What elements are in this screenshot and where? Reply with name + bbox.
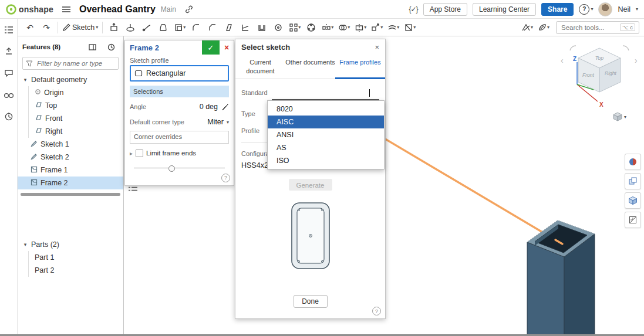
insert-panel-icon[interactable]: [1, 45, 16, 59]
rotate-left-arrow[interactable]: ‹: [561, 56, 564, 65]
help-menu[interactable]: ? ▾: [579, 4, 593, 15]
feature-filter-input[interactable]: [36, 59, 115, 67]
hamburger-menu-icon[interactable]: [59, 2, 74, 16]
tree-item-front-plane[interactable]: Front: [28, 112, 123, 125]
chevron-right-icon[interactable]: ▸: [130, 150, 133, 157]
dropdown-option-8020[interactable]: 8020: [268, 103, 384, 116]
chamfer-button[interactable]: [205, 21, 220, 35]
user-name[interactable]: Neil: [618, 5, 630, 13]
tab-other-documents[interactable]: Other documents: [285, 55, 335, 79]
tree-item-frame-2-selected[interactable]: Frame 2: [18, 177, 123, 189]
fillet-button[interactable]: [188, 21, 204, 35]
chevron-down-icon[interactable]: ▾: [636, 6, 638, 12]
tree-item-parts-group[interactable]: ▾ Parts (2): [18, 238, 123, 251]
standard-input[interactable]: [272, 87, 379, 100]
loft-button[interactable]: [156, 21, 171, 35]
generate-button[interactable]: Generate: [289, 179, 332, 191]
chevron-down-icon[interactable]: ▾: [22, 77, 28, 83]
rib-button[interactable]: [238, 21, 253, 35]
linear-pattern-button[interactable]: ▾: [287, 21, 302, 35]
follow-mode-icon[interactable]: [1, 88, 16, 102]
named-views-button[interactable]: [625, 192, 641, 209]
revolve-button[interactable]: [123, 21, 138, 35]
view-orientation-button[interactable]: ▾: [612, 111, 626, 122]
view-cube-right-label[interactable]: Right: [605, 70, 616, 76]
onshape-logo[interactable]: onshape: [6, 4, 53, 15]
corner-type-value[interactable]: Miter: [207, 118, 224, 126]
chevron-down-icon[interactable]: ▾: [22, 242, 28, 247]
undo-button[interactable]: ↶: [22, 21, 38, 35]
help-icon[interactable]: ?: [221, 174, 230, 182]
draft-button[interactable]: [221, 21, 237, 35]
frame-tool-button[interactable]: ▾: [402, 21, 417, 35]
rotate-right-arrow[interactable]: ›: [635, 56, 638, 65]
tree-item-top-plane[interactable]: Top: [28, 99, 123, 112]
sketch-button[interactable]: Sketch ▾: [62, 21, 99, 35]
help-icon[interactable]: ?: [372, 307, 381, 315]
rotate-ccw-arrow[interactable]: [570, 46, 576, 50]
limit-frame-ends-checkbox[interactable]: [136, 150, 143, 157]
panel-expand-icon[interactable]: [85, 40, 100, 54]
redo-button[interactable]: ↷: [39, 21, 54, 35]
selections-field[interactable]: Selections: [130, 86, 229, 97]
view-cube-front-label[interactable]: Front: [582, 72, 594, 78]
share-button[interactable]: Share: [541, 3, 574, 16]
tree-item-sketch-1[interactable]: Sketch 1: [18, 138, 123, 151]
dropdown-option-aisc-selected[interactable]: AISC: [268, 116, 384, 128]
search-tools-input[interactable]: [560, 23, 617, 32]
tree-item-frame-1[interactable]: Frame 1: [18, 164, 123, 177]
feature-filter-box[interactable]: [22, 57, 119, 70]
rotate-cw-arrow[interactable]: [623, 46, 629, 50]
slider-handle[interactable]: [168, 165, 175, 172]
tree-item-origin[interactable]: Origin: [28, 86, 123, 99]
sketch-profile-select[interactable]: Rectangular: [130, 65, 229, 82]
boolean-button[interactable]: ▾: [336, 21, 352, 35]
cancel-button[interactable]: ×: [220, 40, 234, 55]
learning-center-button[interactable]: Learning Center: [473, 3, 536, 16]
circular-pattern-button[interactable]: [304, 21, 319, 35]
thicken-button[interactable]: ▾: [172, 21, 187, 35]
tree-item-part-1[interactable]: Part 1: [28, 251, 123, 264]
tab-frame-profiles[interactable]: Frame profiles: [335, 55, 385, 79]
appearance-button[interactable]: ▾: [536, 21, 551, 35]
accept-button[interactable]: ✓: [202, 40, 220, 55]
done-button[interactable]: Done: [294, 295, 328, 308]
history-icon[interactable]: [103, 40, 119, 54]
corner-overrides-field[interactable]: Corner overrides: [130, 131, 229, 144]
search-tools-box[interactable]: ⌥ c: [556, 21, 639, 34]
split-button[interactable]: ▾: [353, 21, 368, 35]
display-style-button[interactable]: [625, 154, 641, 170]
chevron-down-icon[interactable]: ▾: [227, 120, 229, 125]
sweep-button[interactable]: [139, 21, 154, 35]
dropdown-option-iso[interactable]: ISO: [268, 154, 384, 167]
feature-list-panel-icon[interactable]: [1, 23, 16, 37]
user-avatar[interactable]: [598, 2, 612, 16]
link-icon[interactable]: [181, 2, 197, 16]
show-hide-button[interactable]: [625, 173, 641, 189]
versions-icon[interactable]: {✓}: [409, 5, 418, 13]
app-store-button[interactable]: App Store: [423, 3, 467, 16]
close-icon[interactable]: ×: [375, 43, 379, 52]
extrude-button[interactable]: [106, 21, 122, 35]
view-cube[interactable]: Top Front Right Z X ‹ ›: [555, 39, 643, 115]
dropdown-option-as[interactable]: AS: [268, 141, 384, 154]
hole-button[interactable]: [271, 21, 286, 35]
tree-item-right-plane[interactable]: Right: [28, 125, 123, 138]
tree-item-sketch-2[interactable]: Sketch 2: [18, 151, 123, 164]
rollback-slider[interactable]: [134, 164, 225, 171]
angle-value[interactable]: 0 deg: [200, 103, 218, 111]
part-tube[interactable]: [527, 220, 595, 336]
transform-button[interactable]: ▾: [369, 21, 385, 35]
dropdown-option-ansi[interactable]: ANSI: [268, 128, 384, 141]
comments-panel-icon[interactable]: [1, 66, 16, 80]
workspace-name[interactable]: Main: [161, 5, 176, 13]
shell-button[interactable]: [254, 21, 269, 35]
rollback-bar[interactable]: [21, 193, 120, 196]
history-clock-icon[interactable]: [1, 110, 16, 124]
section-view-button[interactable]: [625, 212, 641, 228]
tree-item-part-2[interactable]: Part 2: [28, 264, 123, 277]
sheet-metal-button[interactable]: ▾: [520, 21, 535, 35]
tree-item-default-geometry[interactable]: ▾ Default geometry: [18, 73, 123, 86]
tab-current-document[interactable]: Current document: [235, 55, 285, 79]
view-cube-top-label[interactable]: Top: [595, 55, 604, 61]
